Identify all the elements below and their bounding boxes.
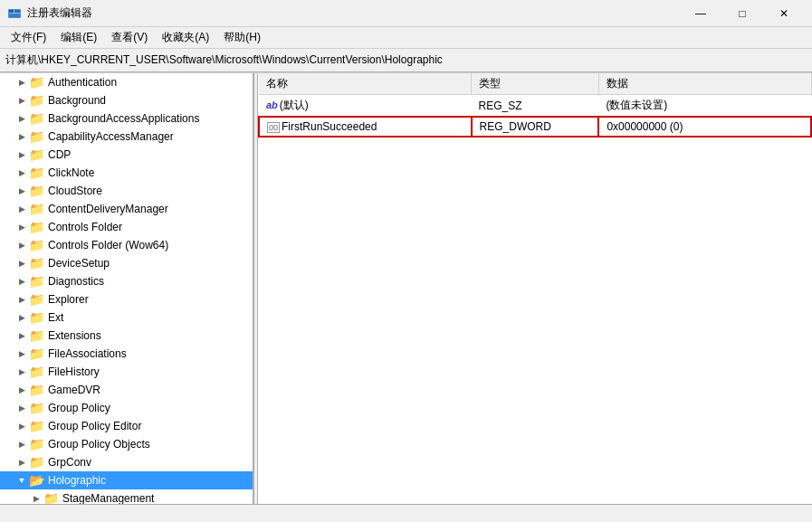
folder-icon: 📁	[29, 256, 44, 270]
tree-item[interactable]: ▼ 📂 Holographic	[0, 471, 253, 489]
col-header-data: 数据	[598, 73, 811, 95]
expand-arrow-icon[interactable]: ▶	[14, 150, 29, 159]
expand-arrow-icon[interactable]: ▶	[14, 331, 29, 340]
cell-type: REG_DWORD	[472, 117, 599, 137]
folder-icon: 📁	[29, 93, 44, 108]
folder-icon: 📁	[29, 365, 44, 379]
tree-item[interactable]: ▶ 📁 Explorer	[0, 290, 253, 308]
tree-item[interactable]: ▶ 📁 FileAssociations	[0, 345, 253, 363]
folder-icon: 📁	[29, 346, 44, 361]
tree-item-label: GrpConv	[48, 456, 91, 469]
tree-item-label: CapabilityAccessManager	[48, 130, 174, 143]
expand-arrow-icon[interactable]: ▶	[14, 422, 29, 431]
expand-arrow-icon[interactable]: ▶	[14, 385, 29, 394]
minimize-button[interactable]: —	[680, 0, 721, 27]
tree-item-label: GameDVR	[48, 384, 100, 396]
tree-item[interactable]: ▶ 📁 Ext	[0, 308, 253, 327]
tree-item-label: CDP	[48, 148, 71, 161]
svg-rect-4	[9, 14, 20, 17]
expand-arrow-icon[interactable]: ▶	[14, 367, 29, 376]
expand-arrow-icon[interactable]: ▶	[14, 241, 29, 250]
tree-item-label: Group Policy	[48, 402, 110, 414]
tree-item[interactable]: ▶ 📁 Background	[0, 91, 253, 109]
tree-panel[interactable]: ▶ 📁 Authentication ▶ 📁 Background ▶ 📁 Ba…	[0, 73, 253, 504]
tree-item-label: Controls Folder (Wow64)	[48, 239, 168, 252]
table-row[interactable]: 00FirstRunSucceeded REG_DWORD 0x00000000…	[259, 117, 811, 137]
details-panel[interactable]: 名称 类型 数据 ab(默认) REG_SZ (数值未设置) 00FirstRu…	[258, 73, 812, 504]
tree-item-label: Diagnostics	[48, 275, 104, 288]
tree-item-label: Controls Folder	[48, 221, 122, 233]
tree-item[interactable]: ▶ 📁 Authentication	[0, 73, 253, 91]
tree-item[interactable]: ▶ 📁 Group Policy Objects	[0, 435, 253, 453]
folder-icon: 📁	[29, 111, 44, 126]
tree-item-label: Extensions	[48, 329, 101, 342]
tree-item[interactable]: ▶ 📁 Diagnostics	[0, 272, 253, 290]
tree-item[interactable]: ▶ 📁 StageManagement	[0, 489, 253, 504]
tree-item[interactable]: ▶ 📁 FileHistory	[0, 363, 253, 381]
tree-item[interactable]: ▶ 📁 Controls Folder	[0, 218, 253, 236]
folder-icon: 📁	[29, 184, 44, 198]
expand-arrow-icon[interactable]: ▶	[14, 277, 29, 286]
tree-item[interactable]: ▶ 📁 Group Policy Editor	[0, 417, 253, 435]
tree-item[interactable]: ▶ 📁 BackgroundAccessApplications	[0, 109, 253, 128]
col-header-type: 类型	[472, 73, 599, 95]
tree-item[interactable]: ▶ 📁 Group Policy	[0, 399, 253, 417]
menu-item-f[interactable]: 文件(F)	[4, 28, 53, 47]
expand-arrow-icon[interactable]: ▶	[14, 313, 29, 322]
expand-arrow-icon[interactable]: ▶	[14, 168, 29, 177]
folder-icon: 📁	[29, 166, 44, 180]
tree-item[interactable]: ▶ 📁 DeviceSetup	[0, 254, 253, 272]
title-bar: 注册表编辑器 — □ ✕	[0, 0, 812, 27]
tree-item[interactable]: ▶ 📁 ContentDeliveryManager	[0, 200, 253, 218]
tree-item[interactable]: ▶ 📁 Controls Folder (Wow64)	[0, 236, 253, 254]
expand-arrow-icon[interactable]: ▶	[14, 186, 29, 195]
folder-icon: 📁	[29, 310, 44, 325]
tree-item[interactable]: ▶ 📁 CloudStore	[0, 182, 253, 200]
status-bar	[0, 504, 812, 522]
tree-item-label: FileHistory	[48, 365, 100, 378]
address-bar: 计算机\HKEY_CURRENT_USER\Software\Microsoft…	[0, 49, 812, 72]
details-table: 名称 类型 数据 ab(默认) REG_SZ (数值未设置) 00FirstRu…	[258, 73, 812, 138]
tree-item[interactable]: ▶ 📁 GrpConv	[0, 453, 253, 471]
expand-arrow-icon[interactable]: ▶	[14, 78, 29, 87]
dword-type-icon: 00	[267, 122, 280, 133]
tree-item-label: BackgroundAccessApplications	[48, 112, 199, 125]
main-content: ▶ 📁 Authentication ▶ 📁 Background ▶ 📁 Ba…	[0, 72, 812, 504]
tree-item[interactable]: ▶ 📁 GameDVR	[0, 381, 253, 399]
expand-arrow-icon[interactable]: ▶	[14, 349, 29, 358]
expand-arrow-icon[interactable]: ▶	[14, 96, 29, 105]
expand-arrow-icon[interactable]: ▶	[14, 114, 29, 123]
tree-item-label: Authentication	[48, 76, 117, 89]
expand-arrow-icon[interactable]: ▶	[14, 295, 29, 304]
expand-arrow-icon[interactable]: ▶	[14, 223, 29, 232]
expand-arrow-icon[interactable]: ▶	[29, 494, 43, 503]
folder-icon: 📁	[29, 129, 44, 144]
tree-item[interactable]: ▶ 📁 CDP	[0, 146, 253, 164]
tree-item-label: Ext	[48, 311, 63, 324]
menu-item-a[interactable]: 收藏夹(A)	[155, 28, 216, 47]
expand-arrow-icon[interactable]: ▼	[14, 476, 29, 485]
table-row[interactable]: ab(默认) REG_SZ (数值未设置)	[259, 95, 811, 118]
menu-item-h[interactable]: 帮助(H)	[216, 28, 268, 47]
tree-item-label: Holographic	[48, 474, 106, 487]
expand-arrow-icon[interactable]: ▶	[14, 458, 29, 467]
folder-icon: 📁	[29, 274, 44, 289]
tree-item-label: DeviceSetup	[48, 257, 110, 270]
address-path: 计算机\HKEY_CURRENT_USER\Software\Microsoft…	[5, 52, 443, 68]
folder-icon: 📁	[29, 455, 44, 470]
close-button[interactable]: ✕	[763, 0, 805, 27]
expand-arrow-icon[interactable]: ▶	[14, 204, 29, 214]
cell-data: 0x00000000 (0)	[598, 117, 811, 137]
title-bar-left: 注册表编辑器	[7, 5, 92, 21]
expand-arrow-icon[interactable]: ▶	[14, 132, 29, 141]
tree-item[interactable]: ▶ 📁 ClickNote	[0, 164, 253, 182]
menu-item-e[interactable]: 编辑(E)	[53, 28, 104, 47]
expand-arrow-icon[interactable]: ▶	[14, 403, 29, 413]
menu-item-v[interactable]: 查看(V)	[104, 28, 155, 47]
tree-item[interactable]: ▶ 📁 Extensions	[0, 327, 253, 345]
expand-arrow-icon[interactable]: ▶	[14, 259, 29, 268]
expand-arrow-icon[interactable]: ▶	[14, 440, 29, 449]
maximize-button[interactable]: □	[721, 0, 763, 27]
folder-icon: 📁	[29, 292, 44, 307]
tree-item[interactable]: ▶ 📁 CapabilityAccessManager	[0, 128, 253, 146]
